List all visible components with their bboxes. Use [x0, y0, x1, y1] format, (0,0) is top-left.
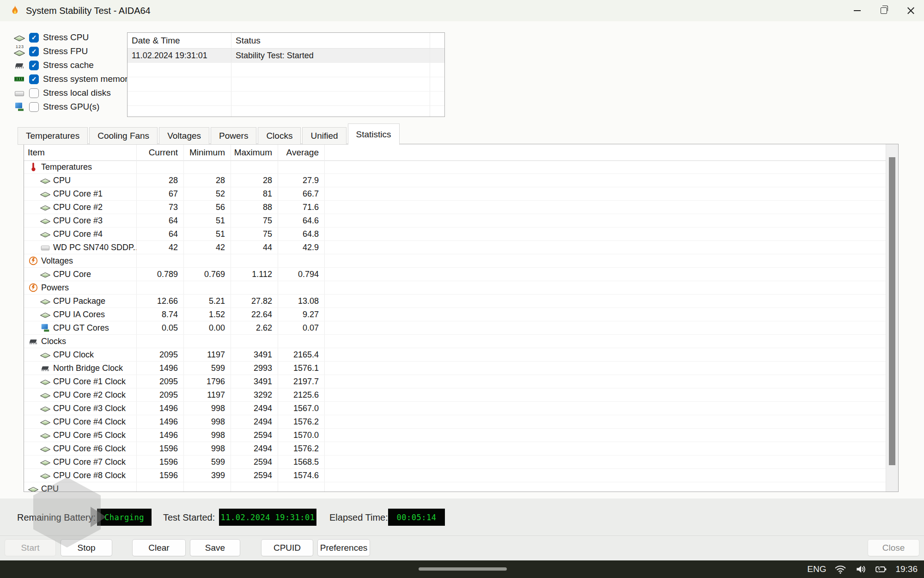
- save-button[interactable]: Save: [190, 539, 240, 556]
- stats-row[interactable]: CPU GT Cores 0.05 0.00 2.62 0.07: [24, 321, 886, 335]
- battery-charging-icon[interactable]: [875, 563, 887, 575]
- stats-average-cell: 2165.4: [278, 348, 325, 361]
- stats-row[interactable]: CPU Core #2 Clock 2095 1197 3292 2125.6: [24, 388, 886, 402]
- stats-row[interactable]: North Bridge Clock 1496 599 2993 1576.1: [24, 362, 886, 375]
- chip-icon: [40, 390, 50, 400]
- stats-average-cell: 1576.2: [278, 442, 325, 455]
- stats-minimum-cell: 599: [184, 362, 231, 375]
- close-button[interactable]: Close: [868, 539, 919, 556]
- tab-unified[interactable]: Unified: [302, 127, 346, 145]
- stats-current-cell: 1496: [137, 415, 184, 428]
- tab-cooling-fans[interactable]: Cooling Fans: [89, 127, 158, 145]
- stats-row[interactable]: CPU Core #6 Clock 1596 998 2494 1576.2: [24, 442, 886, 455]
- stats-row[interactable]: CPU Core #3 Clock 1496 998 2494 1567.0: [24, 402, 886, 415]
- stats-current-cell: 1596: [137, 469, 184, 482]
- stats-minimum-cell: 998: [184, 402, 231, 415]
- stats-minimum-cell: 399: [184, 469, 231, 482]
- stats-column-minimum: Minimum: [184, 144, 231, 160]
- language-indicator[interactable]: ENG: [807, 564, 826, 574]
- stats-row[interactable]: CPU Core #7 Clock 1596 599 2594 1568.5: [24, 455, 886, 469]
- stats-row[interactable]: CPU Core #2 73 56 88 71.6: [24, 201, 886, 214]
- wifi-icon[interactable]: [834, 563, 846, 575]
- stats-row[interactable]: CPU Core #4 64 51 75 64.8: [24, 228, 886, 241]
- stats-minimum-cell: 52: [184, 187, 231, 200]
- preferences-button[interactable]: Preferences: [317, 539, 370, 556]
- chip-icon: [40, 403, 50, 413]
- stress-fpu-checkbox[interactable]: ✓: [29, 47, 39, 56]
- stats-row[interactable]: CPU Clock 2095 1197 3491 2165.4: [24, 348, 886, 362]
- tab-powers[interactable]: Powers: [211, 127, 256, 145]
- stats-item-label: CPU Core #2: [53, 203, 103, 212]
- stats-row[interactable]: CPU Core #5 Clock 1496 998 2594 1570.0: [24, 429, 886, 442]
- stress-gpu-checkbox[interactable]: [29, 102, 39, 112]
- stats-maximum-cell: 81: [231, 187, 278, 200]
- stats-row[interactable]: CPU Core #1 67 52 81 66.7: [24, 187, 886, 201]
- stats-row[interactable]: CPU 28 28 28 27.9: [24, 174, 886, 187]
- tab-statistics[interactable]: Statistics: [348, 123, 400, 145]
- stress-cpu-checkbox[interactable]: ✓: [29, 33, 39, 43]
- stats-row[interactable]: Temperatures: [24, 160, 886, 174]
- stats-row[interactable]: CPU IA Cores 8.74 1.52 22.64 9.27: [24, 308, 886, 321]
- restore-button[interactable]: [870, 0, 897, 21]
- minimize-button[interactable]: [844, 0, 870, 21]
- stats-item-cell: CPU GT Cores: [24, 321, 137, 334]
- stats-item-cell: North Bridge Clock: [24, 362, 137, 375]
- stats-minimum-cell: [184, 281, 231, 294]
- stats-row[interactable]: Clocks: [24, 335, 886, 348]
- thermometer-icon: [28, 162, 38, 172]
- tab-clocks[interactable]: Clocks: [258, 127, 301, 145]
- stress-disks-checkbox[interactable]: [29, 88, 39, 98]
- stats-item-label: CPU Core #1 Clock: [53, 377, 126, 387]
- stats-minimum-cell: 1.52: [184, 308, 231, 321]
- bolt-icon: [28, 283, 38, 293]
- stats-minimum-cell: 998: [184, 442, 231, 455]
- stats-current-cell: 12.66: [137, 295, 184, 307]
- chip-icon: [40, 470, 50, 480]
- start-button[interactable]: Start: [5, 539, 56, 556]
- log-datetime-cell: 11.02.2024 19:31:01: [128, 49, 231, 62]
- bottom-separator: [0, 535, 924, 536]
- stats-scrollbar-thumb[interactable]: [889, 157, 895, 465]
- stress-memory-checkbox[interactable]: ✓: [29, 74, 39, 84]
- stats-item-label: CPU: [53, 176, 71, 185]
- stress-cache-checkbox[interactable]: ✓: [29, 61, 39, 70]
- stats-average-cell: [278, 254, 325, 267]
- titlebar: System Stability Test - AIDA64: [0, 0, 924, 21]
- stats-row[interactable]: CPU Core #3 64 51 75 64.6: [24, 214, 886, 228]
- stats-row[interactable]: CPU Core #1 Clock 2095 1796 3491 2197.7: [24, 375, 886, 388]
- stats-row[interactable]: Voltages: [24, 254, 886, 268]
- stats-row[interactable]: CPU: [24, 482, 886, 492]
- stats-maximum-cell: 3491: [231, 348, 278, 361]
- stats-row[interactable]: CPU Package 12.66 5.21 27.82 13.08: [24, 295, 886, 308]
- stats-row[interactable]: CPU Core #8 Clock 1596 399 2594 1574.6: [24, 469, 886, 482]
- stress-option-stress-cache: ✓ Stress cache: [14, 58, 132, 72]
- stats-row[interactable]: CPU Core #4 Clock 1496 998 2494 1576.2: [24, 415, 886, 429]
- tab-temperatures[interactable]: Temperatures: [18, 127, 88, 145]
- chip-icon: [40, 457, 50, 467]
- stats-maximum-cell: 2494: [231, 415, 278, 428]
- stats-minimum-cell: [184, 254, 231, 267]
- restore-icon: [881, 7, 887, 14]
- stats-average-cell: 0.07: [278, 321, 325, 334]
- stats-minimum-cell: 28: [184, 174, 231, 187]
- stats-scrollbar[interactable]: [886, 144, 898, 492]
- stats-row[interactable]: CPU Core 0.789 0.769 1.112 0.794: [24, 268, 886, 281]
- stats-row[interactable]: WD PC SN740 SDDP... 42 42 44 42.9: [24, 241, 886, 254]
- tab-voltages[interactable]: Voltages: [159, 127, 209, 145]
- log-row[interactable]: 11.02.2024 19:31:01 Stability Test: Star…: [128, 49, 444, 63]
- stats-row[interactable]: Powers: [24, 281, 886, 295]
- cpuid-button[interactable]: CPUID: [261, 539, 313, 556]
- volume-icon[interactable]: [855, 563, 867, 575]
- stats-current-cell: 64: [137, 228, 184, 240]
- chip-icon: [40, 376, 50, 387]
- close-window-button[interactable]: [897, 0, 924, 21]
- clear-button[interactable]: Clear: [132, 539, 186, 556]
- log-row-empty: [128, 77, 444, 92]
- chip-icon: [40, 229, 50, 239]
- stats-minimum-cell: 1197: [184, 348, 231, 361]
- stats-maximum-cell: [231, 335, 278, 348]
- clock[interactable]: 19:36: [895, 564, 918, 574]
- chip-icon: [28, 484, 38, 492]
- taskbar-center-bar[interactable]: [419, 567, 507, 571]
- stats-item-cell: CPU Core #2: [24, 201, 137, 214]
